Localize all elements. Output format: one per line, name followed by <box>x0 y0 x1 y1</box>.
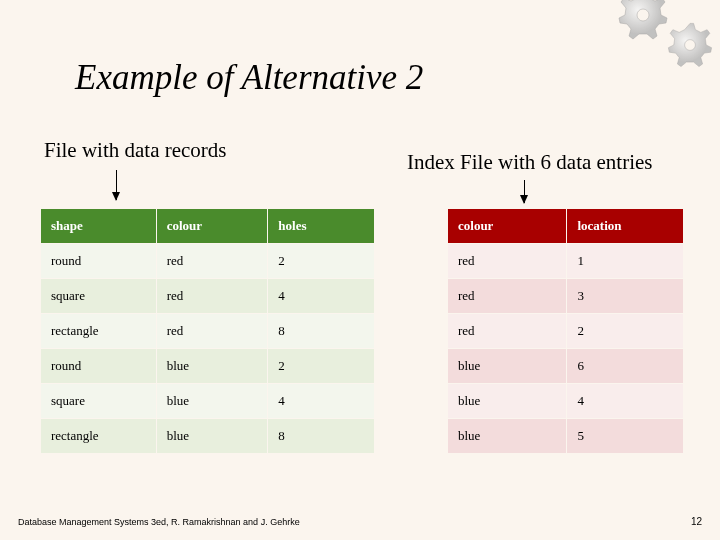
table-row: blue6 <box>448 349 684 384</box>
table-row: roundblue2 <box>41 349 375 384</box>
table-row: red2 <box>448 314 684 349</box>
col-header: location <box>567 209 684 244</box>
svg-point-0 <box>637 9 649 21</box>
col-header: shape <box>41 209 157 244</box>
right-table-caption: Index File with 6 data entries <box>407 150 653 175</box>
footer-citation: Database Management Systems 3ed, R. Rama… <box>18 517 300 527</box>
page-number: 12 <box>691 516 702 527</box>
col-header: colour <box>448 209 567 244</box>
col-header: colour <box>156 209 268 244</box>
table-row: blue5 <box>448 419 684 454</box>
table-header-row: colour location <box>448 209 684 244</box>
arrow-down-icon <box>524 180 525 203</box>
table-row: red1 <box>448 244 684 279</box>
table-row: red3 <box>448 279 684 314</box>
table-row: roundred2 <box>41 244 375 279</box>
table-row: blue4 <box>448 384 684 419</box>
col-header: holes <box>268 209 375 244</box>
gears-icon <box>595 0 720 80</box>
slide-title: Example of Alternative 2 <box>75 58 423 98</box>
table-header-row: shape colour holes <box>41 209 375 244</box>
arrow-down-icon <box>116 170 117 200</box>
table-row: squarered4 <box>41 279 375 314</box>
table-row: squareblue4 <box>41 384 375 419</box>
svg-point-1 <box>685 40 696 51</box>
index-file-table: colour location red1 red3 red2 blue6 blu… <box>447 208 684 454</box>
left-table-caption: File with data records <box>44 138 227 163</box>
data-records-table: shape colour holes roundred2 squarered4 … <box>40 208 375 454</box>
table-row: rectanglered8 <box>41 314 375 349</box>
table-row: rectangleblue8 <box>41 419 375 454</box>
